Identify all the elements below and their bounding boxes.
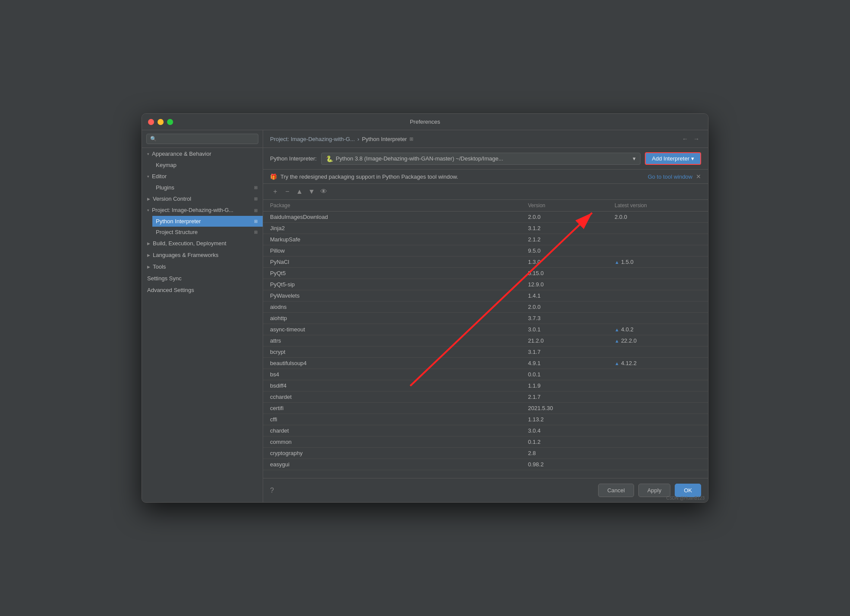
package-name: cryptography bbox=[270, 450, 528, 456]
sidebar-item-build[interactable]: ▶ Build, Execution, Deployment bbox=[142, 237, 263, 249]
upgrade-arrow-icon: ▲ bbox=[615, 327, 619, 332]
sidebar-item-plugins[interactable]: Plugins ⊞ bbox=[152, 182, 263, 193]
package-version: 0.0.1 bbox=[528, 371, 615, 378]
table-row[interactable]: aiodns 2.0.0 bbox=[263, 302, 708, 313]
table-row[interactable]: beautifulsoup4 4.9.1 ▲ 4.12.2 bbox=[263, 358, 708, 369]
sidebar-item-advanced-settings[interactable]: Advanced Settings bbox=[142, 284, 263, 296]
preferences-window: Preferences ▾ Appearance & Behavior Keym… bbox=[142, 113, 708, 503]
apply-button[interactable]: Apply bbox=[638, 484, 671, 497]
package-version: 2.8 bbox=[528, 450, 615, 456]
help-button[interactable]: ? bbox=[270, 487, 274, 494]
sidebar-item-tools[interactable]: ▶ Tools bbox=[142, 261, 263, 273]
package-version: 2.0.0 bbox=[528, 304, 615, 310]
sidebar-item-label: Build, Execution, Deployment bbox=[153, 240, 226, 247]
table-row[interactable]: PyQt5 5.15.0 bbox=[263, 268, 708, 279]
package-latest bbox=[615, 416, 701, 423]
package-name: PyNaCl bbox=[270, 259, 528, 265]
breadcrumb-icon: ⊞ bbox=[409, 136, 413, 142]
table-row[interactable]: aiohttp 3.7.3 bbox=[263, 313, 708, 324]
move-down-button[interactable]: ▼ bbox=[306, 186, 317, 197]
package-version: 2021.5.30 bbox=[528, 405, 615, 411]
sidebar-item-editor[interactable]: ▾ Editor bbox=[142, 170, 263, 182]
content: Project: Image-Dehazing-with-G... › Pyth… bbox=[263, 130, 708, 478]
table-row[interactable]: bs4 0.0.1 bbox=[263, 369, 708, 380]
project-badge: ⊞ bbox=[254, 208, 258, 213]
notification-close-icon[interactable]: ✕ bbox=[696, 173, 701, 180]
chevron-right-icon: ▶ bbox=[147, 241, 150, 246]
package-name: PyWavelets bbox=[270, 292, 528, 299]
table-row[interactable]: PyQt5-sip 12.9.0 bbox=[263, 279, 708, 290]
nav-forward-arrow[interactable]: → bbox=[692, 135, 701, 143]
package-version: 2.0.0 bbox=[528, 214, 615, 220]
interpreter-selector[interactable]: 🐍 Python 3.8 (Image-Dehazing-with-GAN-ma… bbox=[321, 153, 641, 165]
sidebar-item-label: Languages & Frameworks bbox=[153, 252, 219, 258]
move-up-button[interactable]: ▲ bbox=[294, 186, 305, 197]
sidebar-item-keymap[interactable]: Keymap bbox=[152, 160, 263, 170]
table-row[interactable]: PyNaCl 1.3.0 ▲ 1.5.0 bbox=[263, 257, 708, 268]
sidebar-item-languages[interactable]: ▶ Languages & Frameworks bbox=[142, 249, 263, 261]
cancel-button[interactable]: Cancel bbox=[598, 484, 634, 497]
package-name: common bbox=[270, 439, 528, 445]
table-row[interactable]: async-timeout 3.0.1 ▲ 4.0.2 bbox=[263, 324, 708, 335]
sidebar-item-label: Settings Sync bbox=[147, 275, 182, 282]
table-row[interactable]: MarkupSafe 2.1.2 bbox=[263, 234, 708, 245]
table-row[interactable]: cryptography 2.8 bbox=[263, 448, 708, 459]
down-icon: ▼ bbox=[308, 188, 315, 196]
chevron-right-icon: ▾ bbox=[147, 174, 149, 179]
package-latest: ▲ 22.2.0 bbox=[615, 337, 701, 344]
package-latest bbox=[615, 439, 701, 445]
search-input[interactable] bbox=[146, 134, 258, 144]
table-row[interactable]: Jinja2 3.1.2 bbox=[263, 223, 708, 234]
table-row[interactable]: PyWavelets 1.4.1 bbox=[263, 290, 708, 302]
packages-table[interactable]: Package Version Latest version BaiduImag… bbox=[263, 200, 708, 478]
add-package-button[interactable]: + bbox=[270, 186, 280, 197]
table-row[interactable]: bsdiff4 1.1.9 bbox=[263, 380, 708, 391]
package-version: 1.4.1 bbox=[528, 292, 615, 299]
table-row[interactable]: attrs 21.2.0 ▲ 22.2.0 bbox=[263, 335, 708, 346]
minimize-button[interactable] bbox=[158, 119, 164, 125]
sidebar-item-appearance[interactable]: ▾ Appearance & Behavior bbox=[142, 148, 263, 160]
search-box[interactable] bbox=[142, 130, 263, 148]
sidebar-item-version-control[interactable]: ▶ Version Control ⊞ bbox=[142, 193, 263, 205]
sidebar-item-project-structure[interactable]: Project Structure ⊞ bbox=[152, 227, 263, 237]
remove-package-button[interactable]: − bbox=[282, 186, 293, 197]
maximize-button[interactable] bbox=[167, 119, 173, 125]
table-row[interactable]: chardet 3.0.4 bbox=[263, 425, 708, 436]
table-row[interactable]: bcrypt 3.1.7 bbox=[263, 346, 708, 358]
toggle-visibility-button[interactable]: 👁 bbox=[319, 186, 329, 197]
package-name: BaiduImagesDownload bbox=[270, 214, 528, 220]
title-bar: Preferences bbox=[142, 114, 708, 130]
sidebar-item-python-interpreter[interactable]: Python Interpreter ⊞ bbox=[152, 216, 263, 227]
package-version: 0.1.2 bbox=[528, 439, 615, 445]
close-button[interactable] bbox=[148, 119, 154, 125]
nav-back-arrow[interactable]: ← bbox=[680, 135, 690, 143]
package-latest: 2.0.0 bbox=[615, 214, 701, 220]
table-row[interactable]: common 0.1.2 bbox=[263, 436, 708, 448]
add-interpreter-button[interactable]: Add Interpreter ▾ bbox=[645, 152, 701, 165]
package-name: attrs bbox=[270, 337, 528, 344]
package-version: 1.3.0 bbox=[528, 259, 615, 265]
table-row[interactable]: BaiduImagesDownload 2.0.0 2.0.0 bbox=[263, 212, 708, 223]
table-row[interactable]: easygui 0.98.2 bbox=[263, 459, 708, 470]
package-name: bsdiff4 bbox=[270, 382, 528, 389]
package-version: 3.0.4 bbox=[528, 427, 615, 434]
vc-badge: ⊞ bbox=[254, 196, 258, 201]
sidebar-sub-appearance: Keymap bbox=[142, 160, 263, 170]
table-row[interactable]: cchardet 2.1.7 bbox=[263, 391, 708, 403]
package-latest: ▲ 4.0.2 bbox=[615, 326, 701, 333]
table-row[interactable]: cffi 1.13.2 bbox=[263, 414, 708, 425]
footer: ? Cancel Apply OK bbox=[263, 478, 708, 502]
table-row[interactable]: certifi 2021.5.30 bbox=[263, 403, 708, 414]
sidebar-item-project[interactable]: ▾ Project: Image-Dehazing-with-G... ⊞ bbox=[142, 205, 263, 216]
package-version: 3.1.7 bbox=[528, 349, 615, 355]
content-header: Project: Image-Dehazing-with-G... › Pyth… bbox=[263, 130, 708, 148]
package-latest bbox=[615, 450, 701, 456]
package-name: PyQt5 bbox=[270, 270, 528, 276]
notification-link[interactable]: Go to tool window bbox=[648, 173, 692, 180]
table-row[interactable]: Pillow 9.5.0 bbox=[263, 245, 708, 257]
ok-button[interactable]: OK bbox=[675, 484, 701, 497]
package-name: beautifulsoup4 bbox=[270, 360, 528, 366]
package-latest bbox=[615, 270, 701, 276]
sidebar-sub-editor: Plugins ⊞ bbox=[142, 182, 263, 193]
sidebar-item-settings-sync[interactable]: Settings Sync bbox=[142, 273, 263, 284]
